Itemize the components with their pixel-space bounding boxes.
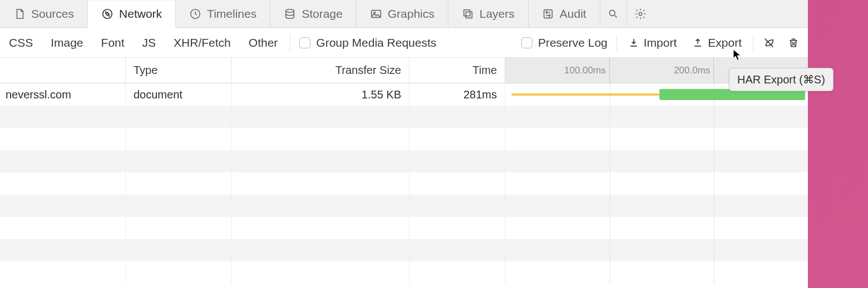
- layers-icon: [462, 8, 474, 20]
- svg-rect-5: [463, 9, 470, 16]
- empty-row: [0, 150, 808, 172]
- timeline-tick: 200.0ms: [674, 65, 710, 76]
- tab-layers[interactable]: Layers: [448, 0, 529, 27]
- export-button[interactable]: Export: [684, 36, 749, 49]
- filter-js[interactable]: JS: [134, 36, 165, 49]
- download-icon: [628, 37, 639, 48]
- request-size: 1.55 KB: [362, 88, 401, 101]
- gear-icon: [634, 8, 647, 20]
- leaf-slash-icon: [763, 37, 775, 49]
- network-toolbar: CSS Image Font JS XHR/Fetch Other Group …: [0, 28, 808, 58]
- tab-sources[interactable]: Sources: [0, 0, 88, 27]
- clear-button[interactable]: [781, 37, 806, 48]
- svg-point-9: [639, 12, 642, 16]
- waterfall-waiting: [511, 93, 660, 96]
- trash-icon: [788, 37, 799, 48]
- export-tooltip: HAR Export (⌘S): [729, 68, 834, 91]
- column-type[interactable]: Type: [126, 58, 231, 83]
- filter-font[interactable]: Font: [92, 36, 134, 49]
- file-icon: [13, 8, 26, 20]
- timeline-tick: 100.00ms: [564, 65, 606, 76]
- group-media-checkbox[interactable]: Group Media Requests: [294, 36, 442, 49]
- separator: [290, 34, 290, 51]
- empty-row: [0, 172, 808, 195]
- button-label: Import: [644, 36, 677, 49]
- tab-label: Storage: [302, 7, 343, 21]
- filter-xhr[interactable]: XHR/Fetch: [165, 36, 240, 49]
- network-icon: [101, 8, 114, 20]
- tab-network[interactable]: Network: [88, 1, 176, 28]
- empty-row: [0, 217, 808, 239]
- import-button[interactable]: Import: [620, 36, 685, 49]
- tab-storage[interactable]: Storage: [270, 0, 357, 27]
- upload-icon: [692, 37, 703, 48]
- empty-row: [0, 128, 808, 150]
- separator: [753, 34, 753, 51]
- search-icon: [608, 8, 619, 19]
- tab-bar: Sources Network Timelines Storage Graphi…: [0, 0, 808, 28]
- tab-label: Sources: [31, 7, 74, 21]
- table-header: Type Transfer Size Time 100.00ms 200.0ms: [0, 58, 808, 83]
- filter-css[interactable]: CSS: [0, 36, 42, 49]
- svg-rect-6: [466, 12, 472, 18]
- database-icon: [284, 8, 296, 20]
- checkbox-box: [299, 37, 310, 48]
- image-icon: [370, 8, 382, 20]
- svg-point-0: [103, 9, 112, 19]
- tab-label: Graphics: [388, 7, 435, 21]
- request-type: document: [134, 88, 183, 101]
- tab-graphics[interactable]: Graphics: [357, 0, 448, 27]
- tab-label: Layers: [480, 7, 515, 21]
- tab-timelines[interactable]: Timelines: [176, 0, 270, 27]
- svg-point-2: [286, 9, 294, 12]
- empty-row: [0, 239, 808, 261]
- filter-image[interactable]: Image: [42, 36, 92, 49]
- request-name: neverssl.com: [6, 88, 71, 101]
- clock-icon: [189, 8, 201, 20]
- audit-icon: [542, 8, 554, 20]
- preserve-log-checkbox[interactable]: Preserve Log: [516, 36, 613, 49]
- tab-label: Network: [119, 7, 162, 21]
- search-button[interactable]: [600, 0, 627, 27]
- devtools-panel: Sources Network Timelines Storage Graphi…: [0, 0, 808, 288]
- request-time: 281ms: [463, 88, 497, 101]
- button-label: Export: [708, 36, 742, 49]
- tab-audit[interactable]: Audit: [529, 0, 600, 27]
- column-time[interactable]: Time: [410, 58, 505, 83]
- request-rows: neverssl.com document 1.55 KB 281ms: [0, 83, 808, 288]
- tab-label: Audit: [560, 7, 586, 21]
- checkbox-box: [521, 37, 532, 48]
- empty-row: [0, 195, 808, 217]
- filter-other[interactable]: Other: [240, 36, 287, 49]
- svg-rect-7: [544, 9, 552, 18]
- request-row[interactable]: neverssl.com document 1.55 KB 281ms: [0, 83, 808, 106]
- tab-label: Timelines: [207, 7, 257, 21]
- empty-row: [0, 106, 808, 128]
- checkbox-label: Group Media Requests: [316, 36, 436, 49]
- checkbox-label: Preserve Log: [538, 36, 608, 49]
- column-transfer-size[interactable]: Transfer Size: [231, 58, 410, 83]
- disable-cache-button[interactable]: [757, 37, 781, 49]
- svg-point-8: [609, 10, 615, 16]
- settings-button[interactable]: [627, 0, 654, 27]
- column-name[interactable]: [0, 58, 126, 83]
- empty-row: [0, 261, 808, 284]
- separator: [617, 34, 617, 51]
